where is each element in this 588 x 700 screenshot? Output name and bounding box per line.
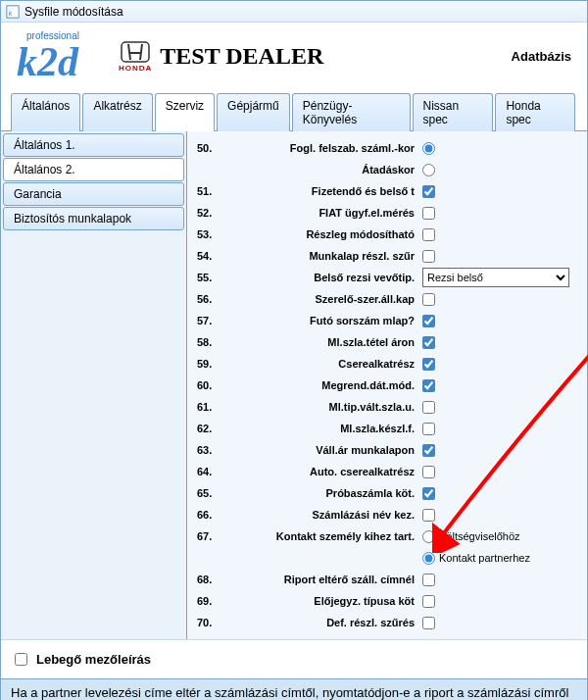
row-control: [422, 164, 577, 176]
row-control: [422, 250, 577, 263]
setting-row-13: 62.Ml.szla.készl.f.: [197, 418, 577, 439]
row-control: [422, 574, 577, 586]
setting-row-12: 61.Ml.tip.vált.szla.u.: [197, 396, 577, 418]
radio-67-0[interactable]: [422, 530, 435, 543]
honda-logo: HONDA: [119, 40, 152, 73]
main-tab-0[interactable]: Általános: [11, 93, 80, 131]
row-control: Kontakt partnerhez: [422, 552, 577, 565]
checkbox-12[interactable]: [422, 401, 435, 414]
checkbox-21[interactable]: [422, 617, 435, 629]
checkbox-10[interactable]: [422, 358, 435, 371]
checkbox-9[interactable]: [422, 336, 435, 349]
row-control: [422, 379, 577, 392]
row-control: [422, 358, 577, 371]
radio-0[interactable]: [422, 142, 435, 155]
row-number: 68.: [197, 574, 226, 585]
side-tab-1[interactable]: Általános 2.: [3, 158, 184, 181]
row-label: Váll.ár munkalapon: [226, 444, 422, 456]
main-tab-3[interactable]: Gépjármű: [217, 93, 290, 131]
row-number: 65.: [197, 487, 226, 499]
checkbox-20[interactable]: [422, 595, 435, 608]
svg-text:k: k: [9, 9, 13, 16]
row-label: Ml.szla.tétel áron: [226, 336, 422, 348]
checkbox-15[interactable]: [422, 466, 435, 478]
row-label: Cserealkatrész: [226, 358, 422, 370]
checkbox-4[interactable]: [422, 228, 435, 241]
row-label: Átadáskor: [226, 164, 422, 175]
form-panel: 50.Fogl. felszab. száml.-korÁtadáskor51.…: [187, 131, 587, 639]
main-tab-1[interactable]: Alkatrész: [82, 93, 152, 131]
side-tab-0[interactable]: Általános 1.: [3, 133, 184, 157]
row-control: Rezsi belső: [422, 268, 577, 287]
setting-row-18-b: Kontakt partnerhez: [197, 547, 577, 569]
checkbox-5[interactable]: [422, 250, 435, 263]
row-number: 67.: [197, 530, 226, 542]
checkbox-2[interactable]: [422, 185, 435, 198]
row-label: Ml.tip.vált.szla.u.: [226, 401, 422, 413]
row-label: Belső rezsi vevőtip.: [226, 272, 422, 283]
checkbox-13[interactable]: [422, 423, 435, 435]
row-label: Fogl. felszab. száml.-kor: [226, 142, 422, 154]
radio-1[interactable]: [422, 164, 435, 176]
row-label: Def. részl. szűrés: [226, 617, 422, 628]
main-tab-2[interactable]: Szerviz: [155, 93, 215, 131]
checkbox-8[interactable]: [422, 315, 435, 327]
main-tab-5[interactable]: Nissan spec: [413, 93, 494, 131]
checkbox-3[interactable]: [422, 207, 435, 220]
row-number: 50.: [197, 142, 226, 154]
checkbox-19[interactable]: [422, 574, 435, 586]
setting-row-4: 53.Részleg módosítható: [197, 224, 577, 245]
row-number: 66.: [197, 509, 226, 521]
row-control: Költségviselőhöz: [422, 530, 577, 543]
setting-row-9: 58.Ml.szla.tétel áron: [197, 331, 577, 353]
checkbox-14[interactable]: [422, 444, 435, 457]
row-label: Munkalap részl. szűr: [226, 250, 422, 262]
checkbox-7[interactable]: [422, 293, 435, 306]
window-title: Sysfile módosítása: [24, 5, 123, 19]
row-control: [422, 444, 577, 457]
setting-row-14: 63.Váll.ár munkalapon: [197, 439, 577, 461]
row-control: [422, 509, 577, 522]
setting-row-17: 66.Számlázási név kez.: [197, 504, 577, 525]
main-tab-4[interactable]: Pénzügy-Könyvelés: [292, 93, 411, 131]
checkbox-17[interactable]: [422, 509, 435, 522]
row-label: Próbaszámla köt.: [226, 487, 422, 499]
row-number: 52.: [197, 207, 226, 219]
window: k Sysfile módosítása professional k2d HO…: [0, 0, 588, 700]
row-label: FIAT ügyf.el.mérés: [226, 207, 422, 219]
app-icon: k: [5, 4, 21, 20]
honda-label: HONDA: [119, 64, 152, 73]
main-tabs: ÁltalánosAlkatrészSzervizGépjárműPénzügy…: [1, 92, 587, 131]
header: professional k2d HONDA TEST DEALER Adatb…: [1, 23, 587, 92]
row-label: Előjegyz. típusa köt: [226, 595, 422, 607]
k2d-logo: professional k2d: [17, 30, 79, 82]
logo-text: k2d: [17, 41, 78, 82]
setting-row-3: 52.FIAT ügyf.el.mérés: [197, 202, 577, 224]
row-label: Kontakt személy kihez tart.: [226, 530, 422, 542]
side-tab-2[interactable]: Garancia: [3, 182, 184, 206]
checkbox-16[interactable]: [422, 487, 435, 500]
row-label: Megrend.dát.mód.: [226, 379, 422, 391]
row-control: [422, 228, 577, 241]
row-number: 55.: [197, 272, 226, 283]
radio-67-1[interactable]: [422, 552, 435, 565]
row-control: [422, 315, 577, 327]
row-number: 59.: [197, 358, 226, 370]
floating-desc-checkbox[interactable]: [15, 653, 27, 666]
dealer-name: TEST DEALER: [160, 43, 323, 70]
adatbazis-label: Adatbázis: [512, 49, 571, 64]
honda-icon: [120, 40, 151, 64]
checkbox-11[interactable]: [422, 379, 435, 392]
main-tab-6[interactable]: Honda spec: [495, 93, 575, 131]
row-number: 70.: [197, 617, 226, 628]
side-tab-3[interactable]: Biztosítós munkalapok: [3, 207, 184, 230]
radio-label: Költségviselőhöz: [439, 530, 520, 542]
setting-row-10: 59.Cserealkatrész: [197, 353, 577, 375]
row-number: 63.: [197, 444, 226, 456]
row-number: 69.: [197, 595, 226, 607]
row-number: 53.: [197, 228, 226, 240]
row-number: 64.: [197, 466, 226, 477]
select-6[interactable]: Rezsi belső: [422, 268, 569, 287]
row-label: Számlázási név kez.: [226, 509, 422, 521]
setting-row-0: 50.Fogl. felszab. száml.-kor: [197, 137, 577, 159]
